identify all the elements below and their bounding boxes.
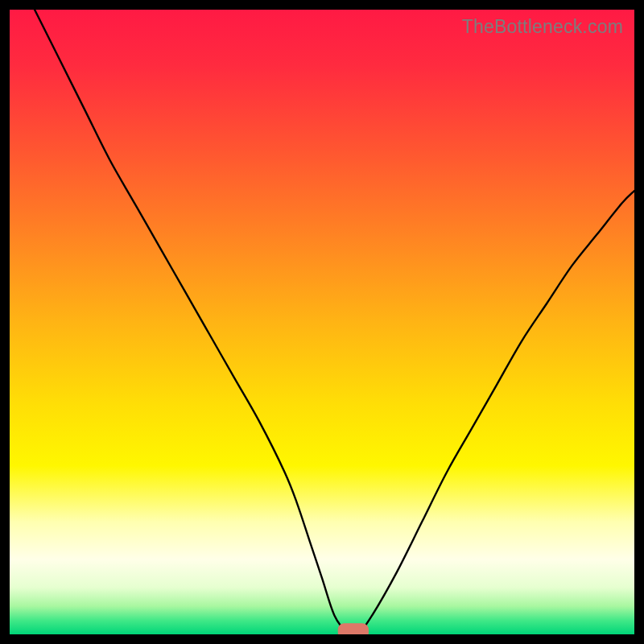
bottleneck-chart	[10, 10, 634, 634]
gradient-background	[10, 10, 634, 634]
watermark-text: TheBottleneck.com	[462, 16, 623, 38]
chart-frame: TheBottleneck.com	[10, 10, 634, 634]
optimal-point-marker	[338, 624, 368, 634]
